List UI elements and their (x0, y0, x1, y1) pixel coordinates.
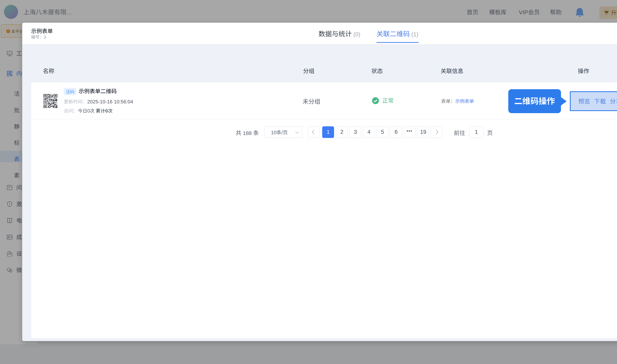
svg-text:0: 0 (105, 108, 108, 114)
svg-text:(1): (1) (410, 31, 418, 38)
svg-text:188: 188 (241, 130, 253, 136)
svg-text:/: / (281, 130, 283, 135)
svg-text:(0): (0) (352, 31, 360, 38)
svg-text:0: 0 (87, 108, 90, 114)
svg-text:10: 10 (271, 130, 276, 135)
svg-text:3: 3 (44, 35, 46, 39)
svg-text:2025-10-16 10:56:04: 2025-10-16 10:56:04 (87, 99, 133, 104)
